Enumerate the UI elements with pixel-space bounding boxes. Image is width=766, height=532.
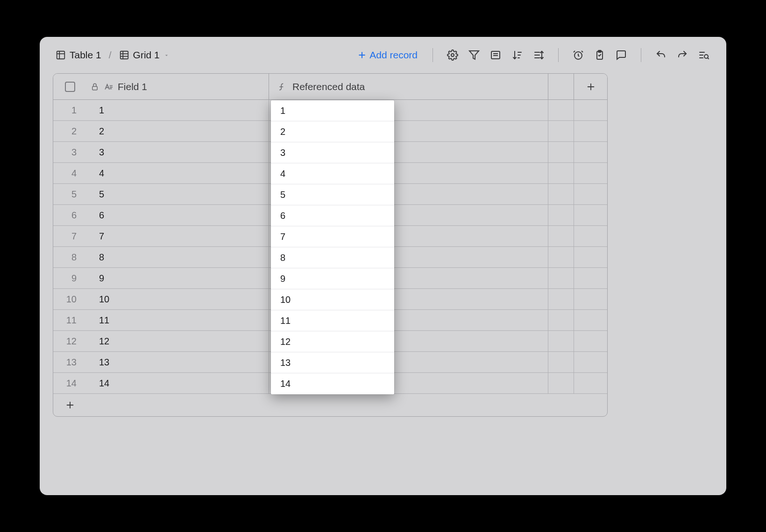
table-selector[interactable]: Table 1 <box>53 48 104 63</box>
row-number[interactable]: 13 <box>53 352 87 372</box>
grid-icon <box>119 50 129 60</box>
row-number[interactable]: 3 <box>53 142 87 162</box>
popup-row[interactable]: 11 <box>271 310 394 331</box>
cell-addcol <box>574 247 607 267</box>
app-window: Table 1 / Grid 1 Add record <box>40 37 726 495</box>
row-number[interactable]: 4 <box>53 163 87 183</box>
cell-empty <box>548 184 574 204</box>
toolbar: Table 1 / Grid 1 Add record <box>53 42 713 69</box>
column-header-label: Field 1 <box>118 81 147 92</box>
cell-empty <box>548 121 574 141</box>
popup-row[interactable]: 5 <box>271 184 394 205</box>
add-column-button[interactable] <box>574 74 607 99</box>
cell-field1[interactable]: 8 <box>87 247 269 267</box>
row-number[interactable]: 8 <box>53 247 87 267</box>
toolbar-separator <box>641 48 641 62</box>
cell-addcol <box>574 373 607 393</box>
svg-point-9 <box>451 54 454 56</box>
row-number[interactable]: 1 <box>53 100 87 120</box>
group-button[interactable] <box>486 46 505 64</box>
popup-row[interactable]: 1 <box>271 100 394 121</box>
cell-field1[interactable]: 14 <box>87 373 269 393</box>
undo-button[interactable] <box>652 46 670 64</box>
settings-button[interactable] <box>443 46 462 64</box>
cell-field1[interactable]: 2 <box>87 121 269 141</box>
cell-field1[interactable]: 4 <box>87 163 269 183</box>
view-selector[interactable]: Grid 1 <box>116 48 172 63</box>
column-header-field1[interactable]: Field 1 <box>87 74 269 99</box>
cell-field1[interactable]: 10 <box>87 289 269 309</box>
text-type-icon <box>104 82 113 91</box>
popup-row[interactable]: 13 <box>271 352 394 373</box>
popup-row[interactable]: 7 <box>271 226 394 247</box>
popup-row[interactable]: 9 <box>271 268 394 289</box>
add-record-button[interactable]: Add record <box>353 47 422 63</box>
cell-field1[interactable]: 3 <box>87 142 269 162</box>
cell-empty <box>548 331 574 351</box>
clipboard-button[interactable] <box>590 46 609 64</box>
cell-addcol <box>574 226 607 246</box>
row-number[interactable]: 6 <box>53 205 87 225</box>
cell-addcol <box>574 163 607 183</box>
select-all-cell[interactable] <box>53 74 87 99</box>
search-button[interactable] <box>695 46 713 64</box>
select-all-checkbox[interactable] <box>65 82 75 92</box>
row-height-button[interactable] <box>529 46 548 64</box>
popup-row[interactable]: 14 <box>271 373 394 394</box>
row-number[interactable]: 5 <box>53 184 87 204</box>
reminder-button[interactable] <box>569 46 588 64</box>
breadcrumb: Table 1 / Grid 1 <box>53 48 172 63</box>
cell-field1[interactable]: 6 <box>87 205 269 225</box>
cell-field1[interactable]: 11 <box>87 310 269 330</box>
add-record-label: Add record <box>369 49 418 61</box>
row-number[interactable]: 12 <box>53 331 87 351</box>
lock-icon <box>91 83 99 91</box>
column-header-refdata[interactable]: Referenced data <box>269 74 548 99</box>
popup-row[interactable]: 8 <box>271 247 394 268</box>
add-row-button[interactable] <box>53 400 87 410</box>
cell-empty <box>548 226 574 246</box>
cell-empty <box>548 205 574 225</box>
popup-row[interactable]: 6 <box>271 205 394 226</box>
comment-button[interactable] <box>612 46 631 64</box>
cell-field1[interactable]: 13 <box>87 352 269 372</box>
comment-icon <box>616 49 627 61</box>
table-label: Table 1 <box>70 49 101 61</box>
alarm-icon <box>573 49 584 61</box>
toolbar-separator <box>433 48 433 62</box>
row-number[interactable]: 9 <box>53 268 87 288</box>
cell-addcol <box>574 268 607 288</box>
cell-field1[interactable]: 5 <box>87 184 269 204</box>
row-number[interactable]: 14 <box>53 373 87 393</box>
cell-field1[interactable]: 9 <box>87 268 269 288</box>
svg-rect-3 <box>120 51 128 59</box>
row-number[interactable]: 11 <box>53 310 87 330</box>
svg-rect-0 <box>57 51 65 59</box>
plus-icon <box>357 50 367 60</box>
filter-button[interactable] <box>465 46 483 64</box>
cell-field1[interactable]: 1 <box>87 100 269 120</box>
popup-row[interactable]: 10 <box>271 289 394 310</box>
popup-row[interactable]: 3 <box>271 142 394 163</box>
popup-row[interactable]: 4 <box>271 163 394 184</box>
cell-addcol <box>574 310 607 330</box>
grid-header-row: Field 1 Referenced data <box>53 74 607 100</box>
cell-addcol <box>574 289 607 309</box>
group-icon <box>490 49 501 61</box>
cell-field1[interactable]: 12 <box>87 331 269 351</box>
row-number[interactable]: 10 <box>53 289 87 309</box>
sort-button[interactable] <box>508 46 526 64</box>
breadcrumb-separator: / <box>109 49 112 61</box>
column-header-spacer <box>548 74 574 99</box>
cell-empty <box>548 268 574 288</box>
redo-button[interactable] <box>673 46 692 64</box>
filter-icon <box>468 49 480 61</box>
gear-icon <box>447 49 458 61</box>
popup-row[interactable]: 2 <box>271 121 394 142</box>
cell-field1[interactable]: 7 <box>87 226 269 246</box>
view-label: Grid 1 <box>133 49 160 61</box>
popup-row[interactable]: 12 <box>271 331 394 352</box>
row-number[interactable]: 7 <box>53 226 87 246</box>
row-number[interactable]: 2 <box>53 121 87 141</box>
plus-icon <box>586 82 596 92</box>
